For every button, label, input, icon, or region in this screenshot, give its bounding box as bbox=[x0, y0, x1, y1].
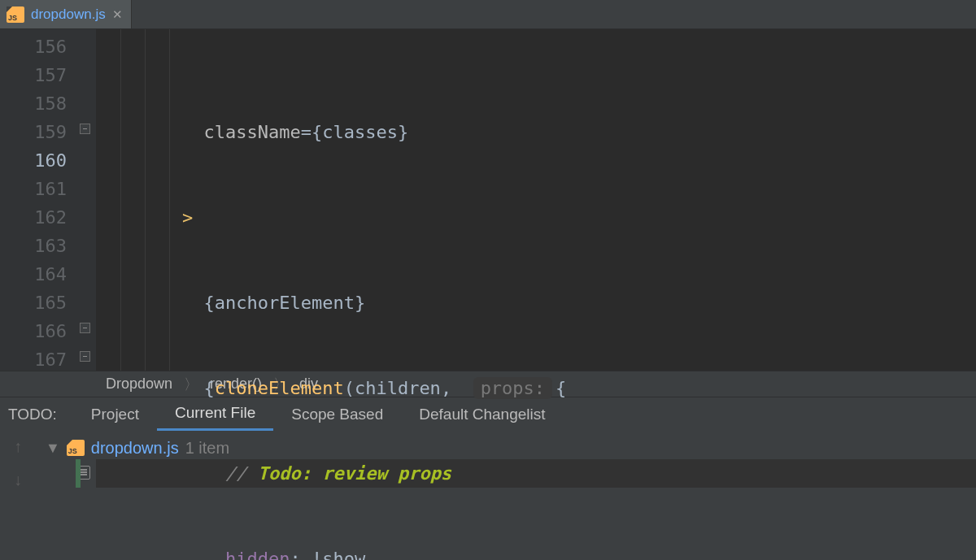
code-comment: // bbox=[225, 463, 258, 484]
prev-todo-icon[interactable]: ↑ bbox=[14, 437, 22, 456]
todo-nav-gutter: ↑ ↓ bbox=[0, 431, 36, 560]
line-number[interactable]: 157 bbox=[0, 61, 67, 89]
todo-title: TODO: bbox=[3, 406, 73, 423]
line-number[interactable]: 166 bbox=[0, 317, 67, 345]
code-token: cloneElement bbox=[215, 378, 344, 398]
fold-marker-icon[interactable] bbox=[80, 351, 90, 362]
editor-tab[interactable]: JS dropdown.js ✕ bbox=[0, 0, 132, 28]
next-todo-icon[interactable]: ↓ bbox=[14, 471, 22, 489]
code-token: children bbox=[355, 378, 441, 398]
code-token: hidden bbox=[225, 549, 290, 560]
js-file-icon: JS bbox=[7, 7, 24, 23]
tab-bar: JS dropdown.js ✕ bbox=[0, 0, 976, 29]
code-token: classes bbox=[322, 122, 398, 142]
expand-icon[interactable]: ▼ bbox=[46, 440, 60, 457]
line-number[interactable]: 156 bbox=[0, 33, 67, 61]
code-token: > bbox=[182, 207, 193, 228]
code-area[interactable]: className={classes} > {anchorElement} {c… bbox=[96, 29, 976, 371]
js-file-icon: JS bbox=[67, 440, 85, 456]
code-token: show bbox=[322, 549, 365, 560]
tab-filename: dropdown.js bbox=[31, 7, 106, 23]
line-number[interactable]: 158 bbox=[0, 89, 67, 118]
inlay-hint: props: bbox=[473, 377, 552, 399]
line-number-current[interactable]: 160 bbox=[0, 146, 67, 175]
vcs-change-marker[interactable] bbox=[76, 459, 81, 488]
code-token: anchorElement bbox=[215, 293, 355, 313]
line-gutter: 156 157 158 159 160 161 162 163 164 165 … bbox=[0, 29, 78, 371]
fold-column bbox=[78, 29, 96, 371]
code-token: className bbox=[203, 122, 300, 142]
fold-marker-icon[interactable] bbox=[80, 124, 90, 134]
fold-marker-icon[interactable] bbox=[80, 323, 90, 333]
close-tab-icon[interactable]: ✕ bbox=[112, 7, 123, 22]
line-number[interactable]: 165 bbox=[0, 289, 67, 317]
line-number[interactable]: 162 bbox=[0, 203, 67, 232]
line-number[interactable]: 163 bbox=[0, 232, 67, 260]
line-number[interactable]: 164 bbox=[0, 260, 67, 289]
editor[interactable]: 156 157 158 159 160 161 162 163 164 165 … bbox=[0, 29, 976, 371]
line-number[interactable]: 161 bbox=[0, 175, 67, 203]
line-number[interactable]: 159 bbox=[0, 118, 67, 146]
line-number[interactable]: 167 bbox=[0, 345, 67, 374]
todo-comment: Todo: review props bbox=[258, 463, 451, 484]
